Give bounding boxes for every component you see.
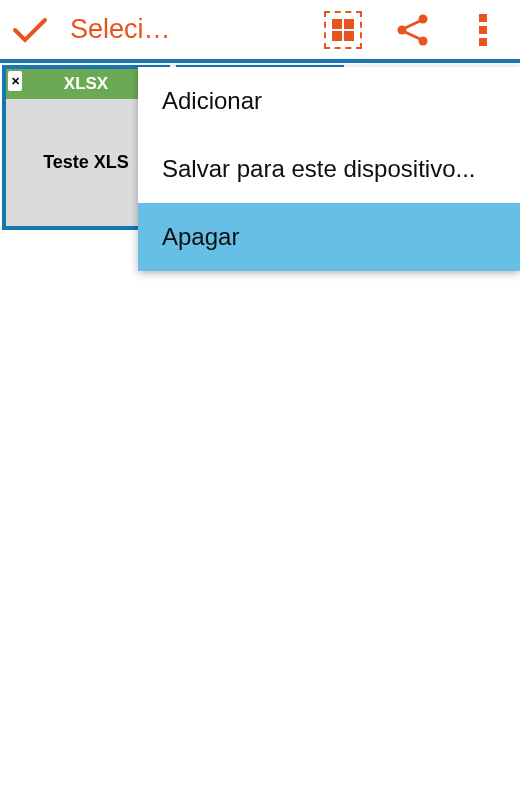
app-header: Selecionado… xyxy=(0,0,520,63)
more-options-button[interactable] xyxy=(455,10,510,50)
close-icon[interactable]: ✕ xyxy=(8,71,22,91)
svg-line-4 xyxy=(405,32,420,39)
check-icon xyxy=(13,17,47,43)
svg-line-3 xyxy=(405,21,420,28)
page-title: Selecionado… xyxy=(70,14,185,45)
svg-rect-5 xyxy=(479,14,487,22)
menu-item-add[interactable]: Adicionar xyxy=(138,67,520,135)
grid-view-button[interactable] xyxy=(315,10,370,50)
context-menu: Adicionar Salvar para este dispositivo..… xyxy=(138,67,520,271)
svg-rect-7 xyxy=(479,38,487,46)
more-vertical-icon xyxy=(478,12,488,48)
share-button[interactable] xyxy=(385,10,440,50)
menu-item-save[interactable]: Salvar para este dispositivo... xyxy=(138,135,520,203)
file-type-label: XLSX xyxy=(64,74,108,94)
menu-item-delete[interactable]: Apagar xyxy=(138,203,520,271)
svg-rect-6 xyxy=(479,26,487,34)
confirm-button[interactable] xyxy=(10,10,50,50)
grid-icon xyxy=(324,11,362,49)
share-icon xyxy=(395,12,431,48)
